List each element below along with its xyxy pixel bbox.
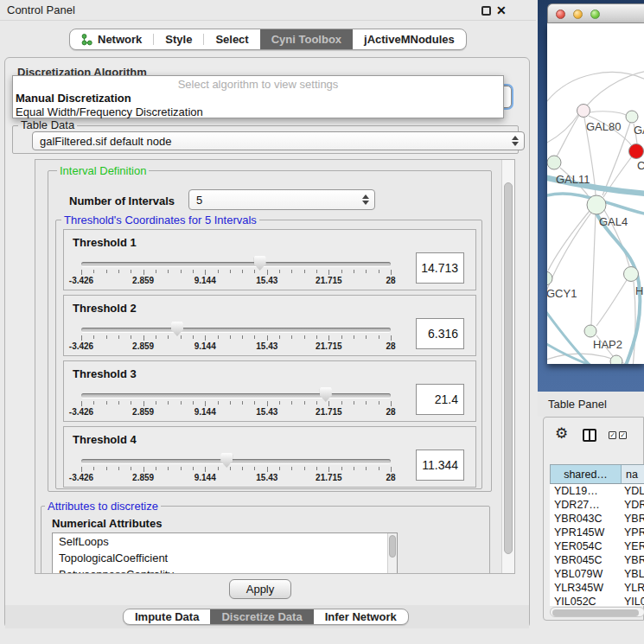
tab-discretize-data[interactable]: Discretize Data: [210, 609, 313, 624]
number-of-intervals-combobox[interactable]: 5: [188, 189, 375, 210]
network-canvas[interactable]: GAL80GACGAL11GAL4GCY1HHAP2: [547, 23, 644, 364]
table-row[interactable]: YDL19…YDL1: [550, 484, 644, 498]
table-data-combobox[interactable]: galFiltered.sif default node: [32, 131, 525, 150]
tick-label: 2.859: [122, 473, 165, 482]
network-node[interactable]: [610, 355, 622, 364]
table-row[interactable]: YER054CYER0: [550, 539, 644, 553]
tick-mark: [193, 270, 194, 273]
network-node-gcy1[interactable]: [547, 271, 552, 285]
threshold-value-field[interactable]: 6.316: [416, 318, 464, 349]
control-panel-tabbar: NetworkStyleSelectCyni ToolboxjActiveMNo…: [69, 29, 467, 50]
table-header-row[interactable]: shared… na: [550, 464, 644, 484]
tick-label: 9.144: [183, 407, 226, 417]
tick-mark: [242, 270, 243, 273]
node-table[interactable]: shared… na YDL19…YDL1YDR27…YDR2YBR043CYB…: [550, 464, 644, 605]
threshold-slider-track[interactable]: [81, 393, 391, 398]
vertical-scrollbar[interactable]: [501, 160, 514, 573]
tick-mark: [279, 401, 280, 405]
table-row[interactable]: YBR043CYBR0: [550, 512, 644, 526]
numerical-attributes-list[interactable]: SelfLoopsTopologicalCoefficientBetweenne…: [52, 532, 398, 574]
threshold-slider-thumb[interactable]: [320, 387, 332, 402]
algorithm-option[interactable]: Equal Width/Frequency Discretization: [16, 105, 203, 118]
checkbox-icon[interactable]: ✓: [609, 431, 616, 439]
column-header-name[interactable]: na: [622, 465, 644, 483]
network-icon: [81, 34, 92, 46]
network-node-gal80[interactable]: [577, 105, 590, 118]
table-body[interactable]: YDL19…YDL1YDR27…YDR2YBR043CYBR0YPR145WYP…: [550, 484, 644, 606]
columns-icon[interactable]: [583, 429, 596, 442]
tick-mark: [168, 335, 169, 339]
threshold-value-field[interactable]: 21.4: [416, 384, 464, 415]
tick-mark: [106, 270, 107, 273]
network-node-gal11[interactable]: [547, 156, 561, 169]
close-icon[interactable]: ✕: [496, 2, 507, 19]
table-row[interactable]: YBL079WYBL0: [550, 567, 644, 581]
network-node-hap2[interactable]: [584, 325, 596, 337]
mac-close-icon[interactable]: [556, 10, 565, 19]
network-node-c[interactable]: [629, 144, 644, 159]
attribute-item[interactable]: BetweennessCentrality: [53, 566, 397, 574]
tick-mark: [267, 401, 268, 406]
tick-mark: [230, 401, 231, 405]
threshold-value-field[interactable]: 14.713: [416, 252, 464, 284]
tick-mark: [304, 270, 305, 273]
tab-network[interactable]: Network: [70, 29, 153, 49]
network-window-titlebar[interactable]: [547, 3, 644, 23]
cell-name: YDR2: [621, 499, 644, 511]
table-row[interactable]: YBR045CYBR0: [550, 553, 644, 567]
tab-select[interactable]: Select: [204, 29, 259, 49]
threshold-slider-thumb[interactable]: [254, 256, 266, 271]
float-window-icon[interactable]: [481, 6, 491, 16]
tick-mark: [218, 335, 219, 339]
table-row[interactable]: YIL052CYIL0: [550, 595, 644, 606]
node-label: GA: [634, 124, 644, 137]
column-header-shared-name[interactable]: shared…: [551, 465, 622, 483]
mac-minimize-icon[interactable]: [573, 10, 583, 19]
threshold-slider-thumb[interactable]: [171, 322, 183, 336]
threshold-slider-thumb[interactable]: [220, 453, 233, 468]
attribute-item[interactable]: SelfLoops: [53, 533, 397, 550]
tick-mark: [366, 401, 367, 405]
thresholds-group: Threshold's Coordinates for 5 Intervals …: [55, 220, 482, 489]
tab-cyni-toolbox[interactable]: Cyni Toolbox: [260, 29, 353, 49]
network-node-ga[interactable]: [626, 111, 638, 123]
checkbox-icon[interactable]: ✓: [619, 431, 627, 439]
tick-mark: [193, 335, 194, 339]
table-row[interactable]: YDR27…YDR2: [550, 498, 644, 512]
tick-mark: [81, 467, 82, 472]
cell-name: YBR0: [621, 513, 644, 525]
tab-jactivemnodules[interactable]: jActiveMNodules: [353, 29, 466, 49]
algorithm-option[interactable]: Manual Discretization: [16, 92, 131, 105]
horizontal-scrollbar[interactable]: [550, 607, 644, 617]
tab-impute-data[interactable]: Impute Data: [124, 609, 210, 624]
scrollbar-thumb[interactable]: [552, 609, 639, 616]
threshold-value-field[interactable]: 11.344: [416, 450, 464, 481]
combo-stepper-icon[interactable]: [361, 194, 369, 206]
threshold-slider-track[interactable]: [81, 459, 391, 463]
combo-stepper-icon[interactable]: [511, 135, 519, 147]
tick-mark: [391, 270, 392, 275]
apply-button[interactable]: Apply: [229, 579, 291, 599]
network-node-gal4[interactable]: [587, 195, 606, 214]
cell-name: YBL0: [621, 568, 644, 580]
table-row[interactable]: YLR345WYLR3: [550, 581, 644, 595]
scrollbar-thumb[interactable]: [504, 182, 513, 554]
list-scrollbar[interactable]: [387, 533, 397, 574]
cell-shared-name: YPR145W: [550, 526, 621, 539]
tick-mark: [267, 270, 268, 275]
network-node-h[interactable]: [624, 267, 639, 282]
gear-icon[interactable]: ⚙: [555, 425, 568, 443]
mac-zoom-icon[interactable]: [590, 10, 600, 19]
attribute-item[interactable]: TopologicalCoefficient: [53, 550, 397, 566]
tab-infer-network[interactable]: Infer Network: [314, 609, 408, 624]
cyni-bottom-tabbar: Impute DataDiscretize DataInfer Network: [123, 609, 409, 625]
tick-mark: [354, 270, 354, 273]
control-panel-title: Control Panel: [7, 0, 75, 21]
tick-mark: [328, 335, 329, 341]
tab-style[interactable]: Style: [154, 29, 203, 49]
tick-mark: [328, 467, 329, 472]
threshold-slider-track[interactable]: [81, 262, 391, 266]
table-row[interactable]: YPR145WYPR1: [550, 526, 644, 539]
threshold-slider-track[interactable]: [81, 328, 391, 332]
tick-mark: [316, 335, 317, 339]
